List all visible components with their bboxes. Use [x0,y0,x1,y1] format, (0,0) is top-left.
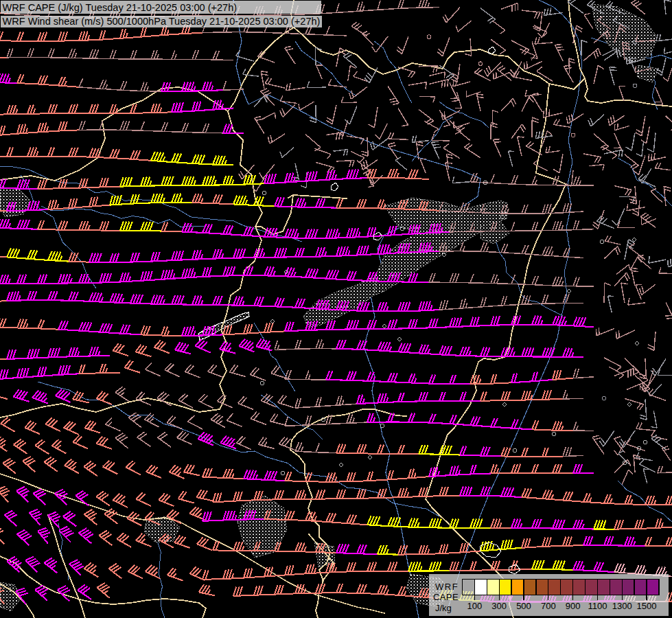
svg-text:900: 900 [566,601,581,611]
svg-text:300: 300 [491,601,507,611]
svg-text:500: 500 [516,601,531,611]
svg-text:WRF Wind shear (m/s) 500/1000h: WRF Wind shear (m/s) 500/1000hPa Tuesday… [3,16,321,27]
svg-text:1100: 1100 [588,601,607,611]
svg-text:1300: 1300 [612,601,632,611]
svg-text:CAPE: CAPE [433,592,459,602]
svg-text:1500: 1500 [637,601,657,611]
svg-text:J/kg: J/kg [435,603,452,613]
svg-text:WRF: WRF [435,582,459,592]
svg-text:700: 700 [541,601,556,611]
svg-text:100: 100 [467,601,483,611]
svg-text:WRF CAPE (J/kg) Tuesday 21-10-: WRF CAPE (J/kg) Tuesday 21-10-2025 03:00… [3,2,237,13]
